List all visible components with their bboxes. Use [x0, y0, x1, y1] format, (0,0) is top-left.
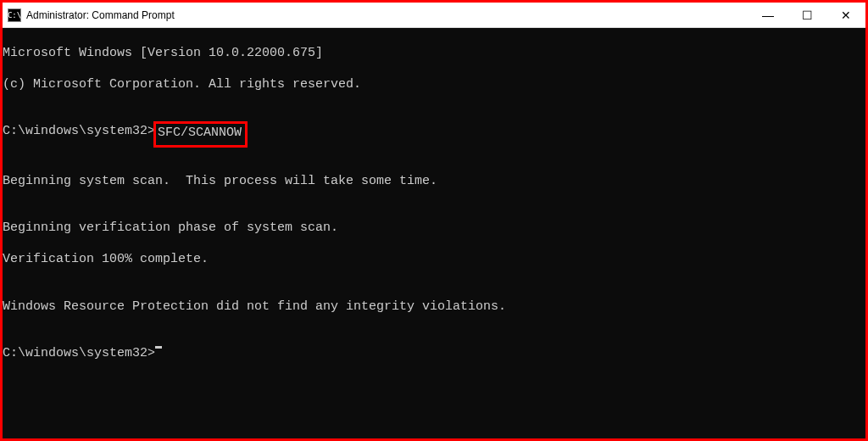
output-line-complete: Verification 100% complete. [3, 252, 865, 268]
command-text: SFC/SCANNOW [158, 126, 242, 140]
terminal-area[interactable]: Microsoft Windows [Version 10.0.22000.67… [3, 28, 865, 438]
minimize-button[interactable]: — [748, 3, 787, 27]
prompt-line-1: C:\windows\system32>SFC/SCANNOW [3, 124, 865, 142]
window-controls: — ☐ ✕ [748, 3, 865, 27]
prompt-prefix: C:\windows\system32> [3, 124, 155, 140]
cmd-icon: C:\ [8, 8, 21, 22]
output-line-copyright: (c) Microsoft Corporation. All rights re… [3, 77, 865, 93]
titlebar[interactable]: C:\ Administrator: Command Prompt — ☐ ✕ [3, 3, 865, 28]
output-line-version: Microsoft Windows [Version 10.0.22000.67… [3, 46, 865, 62]
command-prompt-window: C:\ Administrator: Command Prompt — ☐ ✕ … [3, 3, 865, 438]
output-line-result: Windows Resource Protection did not find… [3, 299, 865, 315]
window-title: Administrator: Command Prompt [26, 9, 748, 21]
cursor [155, 346, 162, 349]
prompt-line-2: C:\windows\system32> [3, 346, 865, 362]
prompt-prefix: C:\windows\system32> [3, 346, 155, 362]
close-button[interactable]: ✕ [826, 3, 865, 27]
command-highlight: SFC/SCANNOW [153, 121, 248, 148]
output-line-verif: Beginning verification phase of system s… [3, 220, 865, 237]
maximize-button[interactable]: ☐ [787, 3, 826, 27]
output-line-scan: Beginning system scan. This process will… [3, 174, 865, 190]
